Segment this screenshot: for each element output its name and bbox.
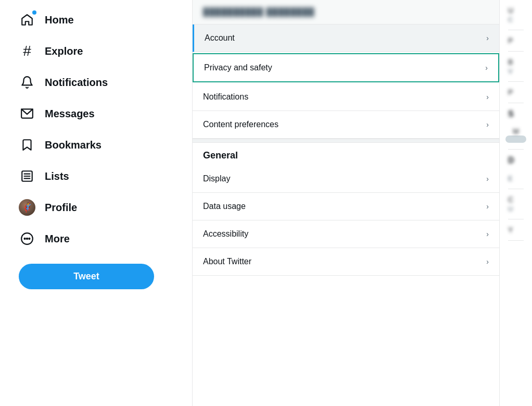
sidebar-item-label: Lists [45,170,69,182]
settings-item-accessibility[interactable]: Accessibility › [193,220,499,248]
section-divider [193,139,499,143]
settings-item-label: Notifications [203,92,248,102]
right-item-text: M [513,127,519,136]
user-header-text: ██████████ ████████ [203,7,314,16]
sidebar-item-messages[interactable]: Messages [10,99,182,128]
home-icon [19,11,35,28]
right-section-header-2: D [508,150,524,167]
sidebar-item-label: More [45,233,70,245]
more-icon [19,230,35,247]
chevron-right-icon: › [486,257,489,266]
svg-point-7 [27,238,28,239]
chevron-right-icon: › [486,175,489,183]
profile-avatar: 🦸 [19,199,35,216]
settings-panel: ██████████ ████████ Account › Privacy an… [193,0,500,406]
toggle[interactable] [505,136,526,143]
settings-item-label: Privacy and safety [204,63,272,72]
envelope-icon [19,105,35,122]
right-panel-content: U C P B V P S M D E C U [500,0,532,241]
sidebar-item-profile[interactable]: 🦸 Profile [10,193,182,222]
general-section-header: General [193,143,499,165]
settings-item-data-usage[interactable]: Data usage › [193,193,499,220]
chevron-right-icon: › [485,64,488,72]
user-header: ██████████ ████████ [193,0,499,24]
chevron-right-icon: › [486,93,489,101]
settings-item-about-twitter[interactable]: About Twitter › [193,248,499,276]
lists-icon [19,168,35,184]
right-item: P [508,82,524,103]
bookmark-icon [19,137,35,153]
right-item-sub: C [508,16,524,23]
sidebar-item-label: Bookmarks [45,139,102,151]
tweet-button[interactable]: Tweet [19,264,154,289]
settings-item-label: Account [205,33,235,43]
chevron-right-icon: › [486,230,489,238]
chevron-right-icon: › [486,120,489,129]
sidebar-item-label: Explore [45,45,83,57]
right-item: U C [508,0,524,30]
right-item-sub: U [508,205,524,213]
sidebar-item-lists[interactable]: Lists [10,162,182,191]
settings-item-label: About Twitter [203,257,251,266]
right-item-text: B [508,58,524,66]
right-item: Y [508,219,524,241]
section-header-text-2: D [508,156,514,165]
sidebar-item-label: Notifications [45,77,108,89]
section-header-text: S [508,109,514,118]
settings-item-label: Data usage [203,202,246,211]
right-item-text: P [508,88,524,96]
explore-icon: # [19,43,35,59]
settings-item-account[interactable]: Account › [193,24,499,52]
settings-item-label: Content preferences [203,120,278,129]
sidebar-item-label: Messages [45,108,95,120]
sidebar-item-label: Profile [45,202,77,214]
right-item-text: P [508,36,524,45]
settings-item-label: Display [203,174,230,183]
bell-icon [19,74,35,91]
svg-point-8 [29,238,30,239]
settings-item-privacy-safety[interactable]: Privacy and safety › [193,53,499,82]
right-item: B V [508,52,524,82]
sidebar-item-notifications[interactable]: Notifications [10,68,182,97]
right-item-text: C [508,195,524,204]
settings-item-notifications[interactable]: Notifications › [193,83,499,111]
right-item-toggle: M [508,121,524,150]
sidebar-item-home[interactable]: Home [10,5,182,34]
chevron-right-icon: › [486,202,489,211]
sidebar-item-explore[interactable]: # Explore [10,36,182,66]
chevron-right-icon: › [486,34,489,42]
right-item: C U [508,189,524,219]
right-panel: U C P B V P S M D E C U [500,0,532,406]
right-item-text: Y [508,226,524,234]
sidebar-item-bookmarks[interactable]: Bookmarks [10,130,182,159]
sidebar-item-label: Home [45,14,74,26]
sidebar-item-more[interactable]: More [10,224,182,253]
settings-item-label: Accessibility [203,229,248,239]
sidebar: Home # Explore Notifications Messages [0,0,193,406]
right-item-sub: V [508,67,524,75]
right-item: P [508,30,524,52]
right-section-header: S [508,103,524,121]
right-item-text: U [508,6,524,15]
right-item: E [508,167,524,189]
settings-item-content-preferences[interactable]: Content preferences › [193,111,499,139]
right-item-sub: E [508,175,524,182]
svg-point-6 [24,238,26,239]
settings-item-display[interactable]: Display › [193,165,499,193]
